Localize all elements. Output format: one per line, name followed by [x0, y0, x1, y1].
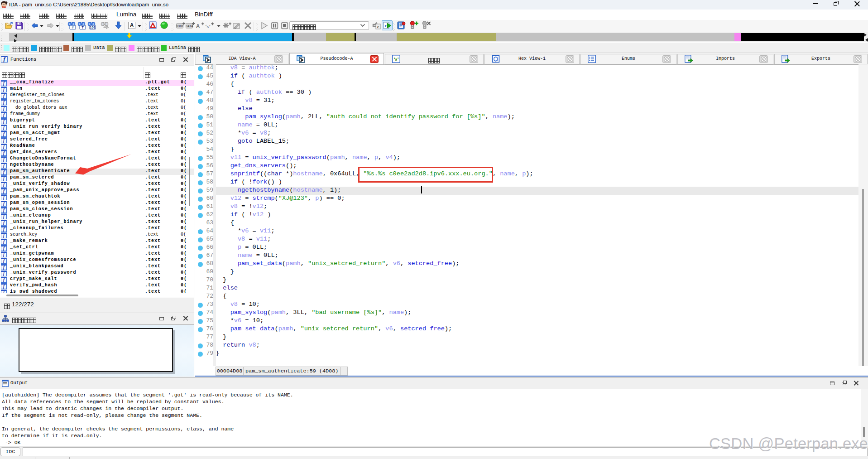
svg-text:c: c — [377, 24, 379, 29]
svg-text:T: T — [82, 25, 84, 29]
svg-text:CODE: CODE — [176, 24, 184, 28]
svg-text:c: c — [385, 23, 387, 28]
svg-text:‘s’: ‘s’ — [205, 24, 211, 29]
svg-text:‘s’: ‘s’ — [393, 56, 399, 62]
svg-text:#: # — [72, 25, 73, 29]
svg-text:DATA: DATA — [186, 24, 193, 28]
svg-text:64: 64 — [2, 5, 6, 9]
svg-text:A: A — [196, 23, 200, 29]
svg-text:A: A — [152, 24, 154, 28]
svg-text:101: 101 — [90, 25, 95, 29]
